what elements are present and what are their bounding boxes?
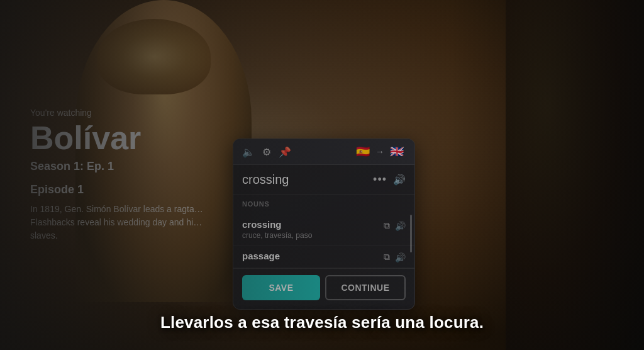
subtitle-bar: Llevarlos a esa travesía sería una locur… (0, 313, 644, 332)
subtitle-text: Llevarlos a esa travesía sería una locur… (160, 313, 484, 332)
background-overlay (0, 0, 644, 350)
